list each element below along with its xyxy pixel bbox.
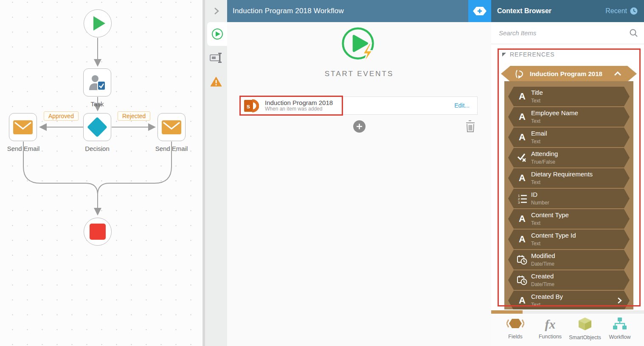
start-node[interactable]: [84, 9, 112, 37]
field-chip-modified[interactable]: ModifiedDate/Time: [508, 250, 630, 269]
context-browser-title: Context Browser: [497, 7, 605, 15]
clock-icon: [630, 7, 638, 15]
search-icon[interactable]: [629, 28, 638, 37]
field-name: Title: [531, 89, 543, 96]
text-field-icon: [513, 213, 531, 224]
decision-diamond-icon: [87, 117, 107, 137]
start-events-panel: Induction Program 2018 Workflow START EV…: [227, 0, 491, 346]
field-name: Content Type: [531, 211, 569, 218]
fields-icon: [506, 317, 524, 330]
context-browser-header: Context Browser Recent: [491, 0, 644, 22]
send-email-right-node[interactable]: [157, 113, 186, 141]
rename-icon: [210, 52, 222, 63]
tab-fields-label: Fields: [499, 334, 532, 340]
field-chip-created[interactable]: CreatedDate/Time: [508, 270, 630, 290]
text-field-icon: [513, 173, 531, 184]
start-events-icon: [341, 26, 377, 65]
tab-rename[interactable]: [205, 46, 227, 70]
datetime-field-icon: [513, 255, 531, 265]
text-field-icon: [513, 234, 531, 245]
add-start-event-button[interactable]: [353, 120, 366, 133]
field-type: Text: [531, 302, 540, 308]
edge-label-approved[interactable]: Approved: [44, 111, 79, 121]
field-name: Created: [531, 272, 554, 280]
context-browser-tabs: Fields Functions SmartObjects: [491, 314, 644, 346]
field-chip-id[interactable]: 1 2 3 IDNumber: [508, 189, 630, 208]
field-chip-email[interactable]: EmailText: [508, 128, 630, 147]
field-chip-dietary-requirements[interactable]: Dietary RequirementsText: [508, 168, 630, 188]
task-label: Task: [83, 100, 111, 108]
field-chip-content-type[interactable]: Content TypeText: [508, 209, 630, 229]
send-email-left-label: Send Email: [4, 145, 42, 152]
reference-group-label: Induction Program 2018: [530, 70, 614, 77]
task-node[interactable]: [83, 68, 111, 96]
boolean-field-icon: [513, 153, 531, 162]
plus-icon: [356, 123, 363, 130]
field-name: Content Type Id: [531, 232, 576, 239]
end-node[interactable]: [84, 218, 112, 246]
text-field-icon: [513, 91, 531, 102]
field-name: ID: [531, 191, 537, 198]
connector-lines: [0, 0, 202, 346]
text-field-icon: [513, 111, 531, 122]
field-chip-title[interactable]: TitleText: [508, 87, 630, 106]
field-chip-attending[interactable]: AttendingTrue/False: [508, 148, 630, 167]
decision-label: Decision: [79, 145, 115, 152]
field-chip-created-by[interactable]: Created ByText: [508, 291, 630, 309]
tab-warnings[interactable]: [205, 70, 227, 94]
field-name: Modified: [531, 252, 555, 259]
reference-fields-list: TitleText Employee NameText EmailText At…: [504, 81, 633, 309]
decision-node[interactable]: [83, 113, 111, 141]
chevron-right-icon[interactable]: [617, 297, 622, 304]
text-field-icon: [513, 295, 531, 306]
field-chip-content-type-id[interactable]: Content Type IdText: [508, 230, 630, 249]
field-type: Text: [531, 241, 540, 247]
scrollbar-thumb[interactable]: [491, 310, 523, 314]
field-type: Text: [531, 118, 540, 124]
start-event-card[interactable]: s Induction Program 2018 When an item wa…: [240, 96, 478, 115]
workflow-canvas[interactable]: Task Decision Send Email Send Email Appr…: [0, 0, 202, 346]
tab-functions[interactable]: Functions: [534, 317, 567, 346]
field-type: Date/Time: [531, 281, 554, 287]
end-stop-icon: [90, 224, 106, 240]
recent-button[interactable]: Recent: [605, 7, 638, 15]
designer-tabstrip: [205, 0, 227, 346]
send-email-left-node[interactable]: [9, 113, 37, 141]
edit-link[interactable]: Edit...: [454, 102, 470, 109]
field-type: Text: [531, 139, 540, 145]
delete-start-event-button[interactable]: [465, 120, 476, 134]
collapse-panel-button[interactable]: [205, 0, 227, 22]
tab-start-events[interactable]: [207, 22, 227, 46]
smartobjects-cube-icon: [578, 317, 592, 331]
field-type: Number: [531, 200, 549, 206]
envelope-icon: [13, 120, 33, 134]
field-chip-employee-name[interactable]: Employee NameText: [508, 107, 630, 127]
tab-fields[interactable]: Fields: [499, 317, 532, 346]
tab-smartobjects[interactable]: SmartObjects: [568, 317, 602, 346]
edge-label-rejected[interactable]: Rejected: [118, 111, 150, 121]
envelope-icon: [162, 120, 181, 134]
tab-smartobjects-label: SmartObjects: [568, 335, 602, 340]
start-events-title: START EVENTS: [227, 70, 491, 78]
references-toggle[interactable]: REFERENCES: [502, 51, 555, 58]
workflow-header: Induction Program 2018 Workflow: [227, 0, 468, 22]
field-type: Text: [531, 220, 540, 226]
reference-icon: [515, 69, 526, 79]
tab-workflow[interactable]: Workflow: [603, 317, 636, 346]
recent-label: Recent: [605, 7, 627, 15]
add-reference-button[interactable]: [468, 0, 491, 22]
send-email-right-label: Send Email: [152, 145, 191, 152]
field-type: Date/Time: [531, 261, 554, 267]
sharepoint-icon: s: [244, 99, 259, 113]
svg-text:3: 3: [518, 201, 520, 204]
start-event-title: Induction Program 2018: [265, 99, 333, 106]
horizontal-scrollbar: [491, 310, 644, 314]
start-events-tab-icon: [212, 28, 223, 40]
field-name: Attending: [531, 150, 558, 157]
reference-group-header[interactable]: Induction Program 2018: [501, 66, 637, 82]
k2-workflow-designer: Task Decision Send Email Send Email Appr…: [0, 0, 644, 346]
start-play-icon: [93, 16, 105, 31]
tab-functions-label: Functions: [534, 334, 567, 340]
search-input[interactable]: [491, 29, 619, 37]
field-type: Text: [531, 179, 540, 185]
